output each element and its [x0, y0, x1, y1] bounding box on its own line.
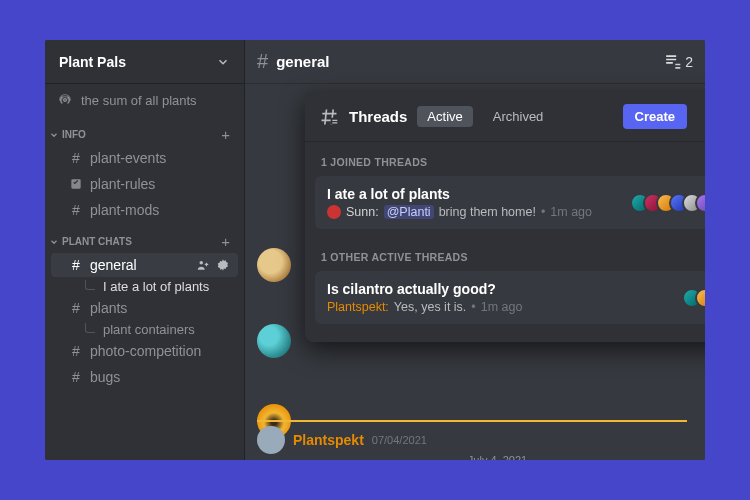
- sender-name: Plantspekt:: [327, 300, 389, 314]
- invite-icon[interactable]: [196, 258, 210, 272]
- message-row[interactable]: Plantspekt 07/04/2021: [257, 420, 687, 454]
- thread-card-other[interactable]: Is cilantro actually good? Plantspekt: Y…: [315, 271, 705, 324]
- category-label: INFO: [62, 129, 86, 140]
- thread-label: plant containers: [103, 322, 195, 337]
- threads-icon[interactable]: 2: [662, 52, 693, 72]
- avatar[interactable]: [695, 193, 705, 213]
- chevron-down-icon: [49, 237, 59, 247]
- channel-plant-rules[interactable]: plant-rules: [51, 172, 238, 196]
- thread-label: I ate a lot of plants: [103, 279, 209, 294]
- avatar[interactable]: [257, 426, 285, 454]
- thread-branch-icon: [85, 280, 95, 290]
- channel-general[interactable]: # general: [51, 253, 238, 277]
- message-timestamp: 07/04/2021: [372, 434, 427, 446]
- server-name: Plant Pals: [59, 54, 126, 70]
- voice-status-text: the sum of all plants: [81, 93, 197, 108]
- sidebar-thread-item[interactable]: I ate a lot of plants: [51, 279, 238, 294]
- tab-archived[interactable]: Archived: [483, 106, 554, 127]
- hash-icon: #: [257, 50, 268, 73]
- rules-icon: [69, 177, 83, 191]
- broadcast-icon: [57, 92, 73, 108]
- thread-members: [630, 193, 705, 213]
- create-thread-button[interactable]: Create: [623, 104, 687, 129]
- hash-icon: #: [69, 343, 83, 359]
- gear-icon[interactable]: [216, 258, 230, 272]
- hash-icon: #: [69, 300, 83, 316]
- channel-label: plant-mods: [90, 202, 230, 218]
- message-text: Yes, yes it is.: [394, 300, 467, 314]
- avatar[interactable]: [695, 288, 705, 308]
- date-divider: July 4, 2021: [300, 454, 695, 460]
- threads-icon: [319, 107, 339, 127]
- channel-label: bugs: [90, 369, 230, 385]
- thread-title: Is cilantro actually good?: [327, 281, 672, 297]
- hash-icon: #: [69, 150, 83, 166]
- channel-label: plant-events: [90, 150, 230, 166]
- svg-point-0: [64, 99, 67, 102]
- mention[interactable]: @Planti: [384, 205, 434, 219]
- channel-sidebar: Plant Pals the sum of all plants INFO + …: [45, 40, 245, 460]
- channel-label: plant-rules: [90, 176, 230, 192]
- avatar[interactable]: [257, 248, 291, 282]
- channel-title: general: [276, 53, 654, 70]
- channel-label: general: [90, 257, 189, 273]
- tab-active[interactable]: Active: [417, 106, 472, 127]
- threads-popover: Threads Active Archived Create 1 JOINED …: [305, 92, 705, 342]
- add-channel-icon[interactable]: +: [221, 233, 236, 250]
- chevron-down-icon: [49, 130, 59, 140]
- channel-header: # general 2: [245, 40, 705, 84]
- separator-dot: •: [541, 205, 545, 219]
- channel-label: plants: [90, 300, 230, 316]
- server-header[interactable]: Plant Pals: [45, 40, 244, 84]
- message-author[interactable]: Plantspekt: [293, 432, 364, 448]
- thread-last-message: Plantspekt: Yes, yes it is. • 1m ago: [327, 300, 672, 314]
- channel-plant-mods[interactable]: # plant-mods: [51, 198, 238, 222]
- category-header-plant-chats[interactable]: PLANT CHATS +: [45, 223, 244, 252]
- svg-rect-4: [331, 117, 339, 124]
- close-icon[interactable]: [697, 106, 705, 128]
- thread-title: I ate a lot of plants: [327, 186, 620, 202]
- separator-dot: •: [471, 300, 475, 314]
- message-text: bring them home!: [439, 205, 536, 219]
- section-joined-label: 1 JOINED THREADS: [305, 142, 705, 176]
- channel-photo-competition[interactable]: # photo-competition: [51, 339, 238, 363]
- thread-timestamp: 1m ago: [481, 300, 523, 314]
- hash-icon: #: [69, 257, 83, 273]
- sidebar-thread-item[interactable]: plant containers: [51, 322, 238, 337]
- thread-card-joined[interactable]: I ate a lot of plants Sunn: @Planti brin…: [315, 176, 705, 229]
- popover-title: Threads: [349, 108, 407, 125]
- channel-label: photo-competition: [90, 343, 230, 359]
- thread-members: [682, 288, 705, 308]
- thread-branch-icon: [85, 323, 95, 333]
- category-label: PLANT CHATS: [62, 236, 132, 247]
- hash-icon: #: [69, 202, 83, 218]
- svg-rect-1: [71, 179, 80, 188]
- voice-status-row[interactable]: the sum of all plants: [45, 84, 244, 116]
- channel-bugs[interactable]: # bugs: [51, 365, 238, 389]
- category-header-info[interactable]: INFO +: [45, 116, 244, 145]
- notif-count: 2: [685, 54, 693, 70]
- avatar[interactable]: [257, 324, 291, 358]
- hash-icon: #: [69, 369, 83, 385]
- channel-plant-events[interactable]: # plant-events: [51, 146, 238, 170]
- channel-plants[interactable]: # plants: [51, 296, 238, 320]
- sender-name: Sunn:: [346, 205, 379, 219]
- avatar: [327, 205, 341, 219]
- section-other-label: 1 OTHER ACTIVE THREADS: [305, 237, 705, 271]
- thread-timestamp: 1m ago: [550, 205, 592, 219]
- app-window: Plant Pals the sum of all plants INFO + …: [45, 40, 705, 460]
- popover-header: Threads Active Archived Create: [305, 92, 705, 142]
- chevron-down-icon: [216, 55, 230, 69]
- svg-point-2: [200, 261, 204, 265]
- add-channel-icon[interactable]: +: [221, 126, 236, 143]
- thread-last-message: Sunn: @Planti bring them home! • 1m ago: [327, 205, 620, 219]
